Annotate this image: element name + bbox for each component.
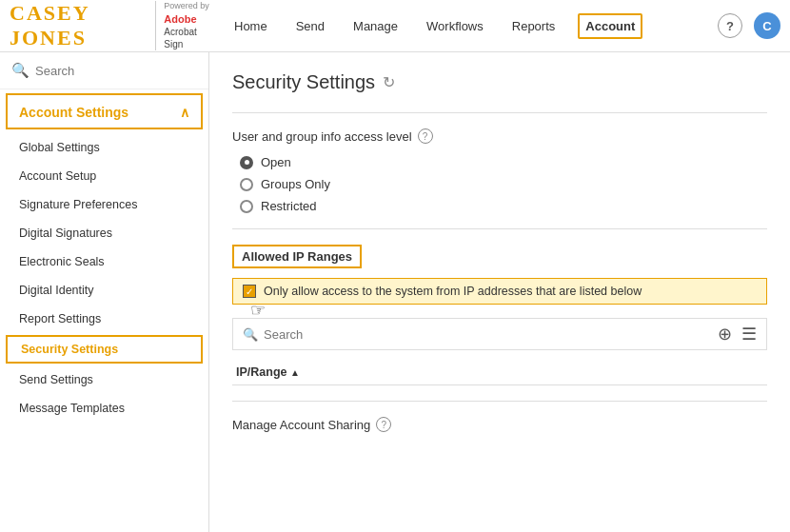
divider-1 (232, 112, 767, 113)
refresh-icon[interactable]: ↻ (383, 73, 395, 91)
add-ip-button[interactable]: ⊕ (718, 324, 732, 345)
account-settings-label: Account Settings (19, 105, 128, 120)
logo-area: CASEY JONES Powered by Adobe Acrobat Sig… (10, 1, 209, 50)
ip-search-row: 🔍 ⊕ ☰ (232, 318, 767, 350)
radio-open-circle (240, 156, 253, 169)
allowed-ip-header: Allowed IP Ranges (232, 245, 362, 268)
sidebar-item-electronic-seals[interactable]: Electronic Seals (0, 247, 208, 276)
radio-restricted-label: Restricted (261, 199, 317, 213)
user-group-label: User and group info access level ? (232, 128, 767, 144)
collapse-icon: ∧ (180, 105, 189, 120)
powered-by-text: Powered by (164, 1, 209, 12)
sidebar-section: Account Settings ∧ Global Settings Accou… (0, 93, 208, 423)
ip-search-input[interactable] (264, 327, 712, 342)
ip-checkbox-label: Only allow access to the system from IP … (264, 285, 642, 298)
radio-groups-label: Groups Only (261, 177, 330, 191)
nav-workflows[interactable]: Workflows (421, 15, 489, 37)
manage-sharing-row: Manage Account Sharing ? (232, 417, 767, 432)
divider-2 (232, 228, 767, 229)
ip-range-header: IP/Range ▲ (232, 360, 767, 385)
logo-text: CASEY JONES (10, 1, 146, 50)
ip-checkbox[interactable] (243, 285, 256, 298)
user-group-text: User and group info access level (232, 129, 412, 144)
main-layout: 🔍 Account Settings ∧ Global Settings Acc… (0, 52, 790, 532)
radio-open[interactable]: Open (240, 155, 767, 169)
search-box: 🔍 (0, 52, 208, 89)
radio-groups-circle (240, 178, 253, 191)
sidebar-item-message-templates[interactable]: Message Templates (0, 394, 208, 423)
content-area: Security Settings ↻ User and group info … (209, 52, 790, 532)
sidebar-item-digital-identity[interactable]: Digital Identity (0, 276, 208, 305)
sidebar-item-global-settings[interactable]: Global Settings (0, 133, 208, 162)
page-title-text: Security Settings (232, 71, 375, 93)
ip-menu-button[interactable]: ☰ (741, 324, 757, 345)
user-group-help-icon[interactable]: ? (418, 128, 433, 144)
ip-table: IP/Range ▲ (232, 360, 767, 385)
main-nav: Home Send Manage Workflows Reports Accou… (228, 13, 718, 39)
ip-checkbox-row: Only allow access to the system from IP … (232, 278, 767, 305)
nav-send[interactable]: Send (290, 15, 330, 37)
ip-search-icon: 🔍 (243, 327, 258, 342)
page-title-row: Security Settings ↻ (232, 71, 767, 93)
nav-right: ? C (718, 12, 780, 39)
manage-sharing-text: Manage Account Sharing (232, 418, 370, 432)
search-icon: 🔍 (11, 62, 30, 79)
radio-open-label: Open (261, 155, 291, 169)
sidebar-item-send-settings[interactable]: Send Settings (0, 365, 208, 394)
avatar[interactable]: C (754, 12, 780, 39)
sidebar-item-account-setup[interactable]: Account Setup (0, 162, 208, 190)
product-name: Adobe (164, 12, 209, 26)
ip-search-actions: ⊕ ☰ (718, 324, 757, 345)
manage-sharing-help-icon[interactable]: ? (376, 417, 391, 432)
nav-reports[interactable]: Reports (506, 15, 562, 37)
sidebar-item-security-settings[interactable]: Security Settings (6, 335, 203, 364)
divider-3 (232, 401, 767, 402)
radio-groups-only[interactable]: Groups Only (240, 177, 767, 191)
nav-home[interactable]: Home (228, 15, 273, 37)
nav-account[interactable]: Account (578, 13, 642, 39)
allowed-ip-section: Allowed IP Ranges Only allow access to t… (232, 245, 767, 385)
top-nav: CASEY JONES Powered by Adobe Acrobat Sig… (0, 0, 790, 52)
help-button[interactable]: ? (718, 13, 742, 38)
adobe-branding: Powered by Adobe Acrobat Sign (155, 1, 209, 50)
sidebar: 🔍 Account Settings ∧ Global Settings Acc… (0, 52, 209, 532)
radio-group: Open Groups Only Restricted (240, 155, 767, 213)
product-name-2: Acrobat Sign (164, 26, 209, 50)
search-input[interactable] (35, 64, 197, 78)
account-settings-header[interactable]: Account Settings ∧ (6, 93, 203, 129)
sidebar-item-report-settings[interactable]: Report Settings (0, 305, 208, 333)
radio-restricted-circle (240, 200, 253, 213)
ip-search-section: 🔍 ⊕ ☰ IP/Range ▲ (232, 318, 767, 385)
sidebar-item-digital-signatures[interactable]: Digital Signatures (0, 219, 208, 247)
nav-manage[interactable]: Manage (347, 15, 404, 37)
cursor-icon: ☞ (250, 300, 266, 321)
radio-restricted[interactable]: Restricted (240, 199, 767, 213)
sidebar-item-signature-preferences[interactable]: Signature Preferences (0, 190, 208, 219)
sort-arrow-icon: ▲ (290, 367, 300, 378)
